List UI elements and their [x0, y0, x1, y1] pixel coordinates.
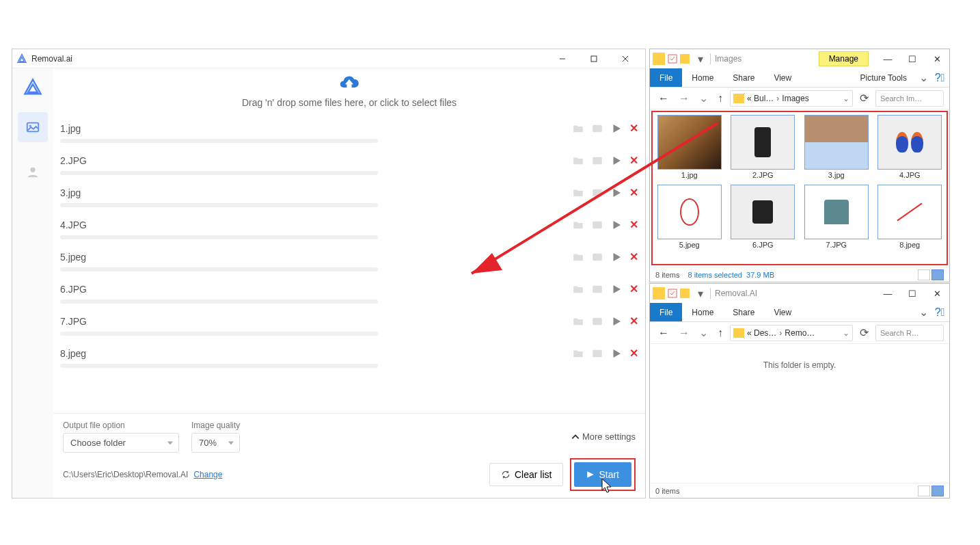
maximize-button[interactable]: ☐ [900, 284, 925, 302]
play-icon[interactable] [610, 315, 623, 328]
recent-dropdown[interactable]: ⌄ [696, 90, 711, 106]
file-thumbnail[interactable]: 4.JPG [876, 115, 944, 179]
file-thumbnail[interactable]: 8.jpeg [876, 185, 944, 249]
remove-icon[interactable]: ✕ [629, 186, 638, 199]
open-folder-icon[interactable] [572, 122, 584, 135]
up-button[interactable]: ↑ [715, 91, 726, 106]
recent-dropdown[interactable]: ⌄ [696, 325, 711, 341]
share-tab[interactable]: Share [723, 68, 764, 87]
play-icon[interactable] [610, 347, 623, 360]
preview-icon[interactable] [591, 155, 603, 167]
open-folder-icon[interactable] [572, 347, 584, 360]
sidebar-images-tab[interactable] [18, 112, 48, 142]
file-thumbnail[interactable]: 3.jpg [802, 115, 871, 179]
forward-button[interactable]: → [676, 91, 692, 106]
play-icon[interactable] [610, 187, 623, 199]
close-button[interactable]: ✕ [925, 50, 949, 68]
open-folder-icon[interactable] [572, 155, 584, 167]
remove-icon[interactable]: ✕ [629, 154, 638, 167]
close-button[interactable]: ✕ [925, 284, 949, 302]
back-button[interactable]: ← [655, 91, 672, 106]
maximize-button[interactable]: ☐ [900, 50, 925, 68]
view-tab[interactable]: View [764, 303, 801, 321]
preview-icon[interactable] [591, 283, 603, 295]
dropzone[interactable]: Drag 'n' drop some files here, or click … [53, 68, 645, 118]
file-thumbnail[interactable]: 6.JPG [729, 185, 798, 249]
file-thumbnail[interactable]: 5.jpeg [655, 185, 724, 249]
file-thumbnail[interactable]: 1.jpg [655, 115, 724, 179]
thumbnails-view-button[interactable] [931, 486, 944, 496]
open-folder-icon[interactable] [572, 219, 584, 231]
up-button[interactable]: ↑ [715, 325, 726, 341]
open-folder-icon[interactable] [572, 187, 584, 199]
forward-button[interactable]: → [676, 325, 692, 341]
view-tab[interactable]: View [764, 68, 801, 87]
new-folder-icon[interactable] [680, 54, 690, 64]
share-tab[interactable]: Share [723, 303, 764, 321]
open-folder-icon[interactable] [572, 251, 584, 263]
quality-select[interactable]: 70% [191, 433, 240, 453]
output-folder-select[interactable]: Choose folder [63, 433, 179, 453]
remove-icon[interactable]: ✕ [629, 347, 638, 360]
file-tab[interactable]: File [650, 68, 682, 87]
remove-icon[interactable]: ✕ [629, 250, 638, 263]
file-thumbnail[interactable]: 2.JPG [729, 115, 798, 179]
remove-icon[interactable]: ✕ [629, 218, 638, 231]
minimize-button[interactable]: — [875, 284, 900, 302]
home-tab[interactable]: Home [682, 303, 723, 321]
thumbnails-view-button[interactable] [931, 269, 944, 280]
file-row: 3.jpg ✕ [60, 182, 638, 214]
minimize-button[interactable] [547, 49, 578, 68]
qat-dropdown[interactable]: ▾ [695, 53, 706, 66]
remove-icon[interactable]: ✕ [629, 282, 638, 295]
progress-bar [60, 364, 378, 368]
close-button[interactable] [610, 49, 641, 68]
help-icon[interactable]: ?⃝ [930, 303, 949, 321]
file-thumbnail[interactable]: 7.JPG [802, 185, 871, 249]
more-settings-toggle[interactable]: More settings [571, 431, 636, 442]
status-bar: 0 items [650, 483, 949, 498]
play-icon[interactable] [610, 283, 623, 295]
search-input[interactable]: Search R… [875, 325, 944, 341]
play-icon[interactable] [610, 251, 623, 263]
back-button[interactable]: ← [655, 325, 672, 341]
preview-icon[interactable] [591, 122, 603, 135]
picture-tools-tab[interactable]: Picture Tools [851, 68, 916, 87]
preview-icon[interactable] [591, 347, 603, 360]
details-view-button[interactable] [918, 269, 930, 280]
maximize-button[interactable] [578, 49, 610, 68]
preview-icon[interactable] [591, 219, 603, 231]
properties-icon[interactable] [668, 54, 677, 64]
home-tab[interactable]: Home [682, 68, 723, 87]
clear-list-button[interactable]: Clear list [489, 463, 563, 486]
new-folder-icon[interactable] [680, 289, 690, 298]
remove-icon[interactable]: ✕ [629, 315, 638, 328]
preview-icon[interactable] [591, 315, 603, 328]
qat-dropdown[interactable]: ▾ [695, 287, 706, 300]
file-tab[interactable]: File [650, 303, 682, 321]
play-icon[interactable] [610, 155, 623, 167]
preview-icon[interactable] [591, 251, 603, 263]
breadcrumb[interactable]: « Bul…› Images ⌄ [730, 90, 853, 107]
refresh-button[interactable]: ⟳ [857, 92, 871, 105]
open-folder-icon[interactable] [572, 315, 584, 328]
remove-icon[interactable]: ✕ [629, 122, 638, 135]
sidebar-account-tab[interactable] [18, 157, 48, 187]
preview-icon[interactable] [591, 187, 603, 199]
ribbon-expand[interactable]: ⌄ [916, 303, 930, 321]
search-input[interactable]: Search Im… [875, 90, 944, 107]
play-icon[interactable] [610, 219, 623, 231]
nav-bar: ← → ⌄ ↑ « Bul…› Images ⌄ ⟳ Search Im… [650, 88, 949, 109]
ribbon-expand[interactable]: ⌄ [916, 68, 930, 87]
breadcrumb[interactable]: « Des…› Remo… ⌄ [730, 325, 853, 341]
change-path-link[interactable]: Change [193, 470, 222, 479]
properties-icon[interactable] [668, 289, 677, 298]
details-view-button[interactable] [918, 486, 930, 496]
play-icon[interactable] [610, 122, 623, 135]
minimize-button[interactable]: — [875, 50, 900, 68]
open-folder-icon[interactable] [572, 283, 584, 295]
manage-tab[interactable]: Manage [819, 51, 869, 66]
refresh-button[interactable]: ⟳ [857, 326, 871, 339]
start-button[interactable]: Start [574, 462, 631, 487]
help-icon[interactable]: ?⃝ [930, 68, 949, 87]
